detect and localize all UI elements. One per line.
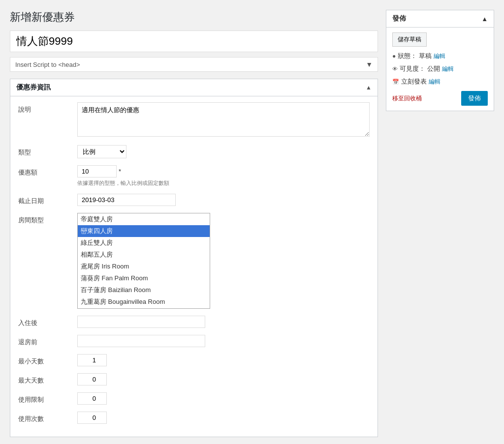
save-draft-button[interactable]: 儲存草稿 xyxy=(392,32,427,47)
amount-input[interactable] xyxy=(77,165,117,178)
schedule-icon: 📅 xyxy=(392,79,399,85)
sidebar-footer: 移至回收桶 發佈 xyxy=(392,91,488,106)
usage-limit-input[interactable] xyxy=(77,392,107,405)
max-days-control xyxy=(77,373,370,385)
description-label: 說明 xyxy=(18,102,77,114)
schedule-edit-link[interactable]: 編輯 xyxy=(429,78,441,86)
publish-box-title: 發佈 xyxy=(392,14,406,23)
room-type-row: 房間類型 帝庭雙人房巒東四人房綠丘雙人房相鄰五人房鳶尾房 Iris Room蒲葵… xyxy=(18,213,370,309)
min-days-control xyxy=(77,354,370,366)
trash-link[interactable]: 移至回收桶 xyxy=(392,94,422,103)
publish-box-body: 儲存草稿 ● 狀態： 草稿 編輯 👁 可見度： 公開 編輯 📅 xyxy=(386,28,494,111)
room-type-item-green-double[interactable]: 綠丘雙人房 xyxy=(78,237,210,249)
room-type-item-bougainvillea[interactable]: 九重葛房 Bougainvillea Room xyxy=(78,296,210,308)
expiry-input[interactable] xyxy=(77,194,176,206)
coupon-info-toggle[interactable]: ▲ xyxy=(366,84,372,91)
publish-box-toggle[interactable]: ▲ xyxy=(481,15,488,23)
script-insert-label: Insert Script to <head> xyxy=(15,61,366,68)
room-type-item-taxodium[interactable]: 落羽松房 Taxodium Room xyxy=(78,308,210,309)
script-insert-arrow[interactable]: ▼ xyxy=(366,60,373,68)
max-days-label: 最大天數 xyxy=(18,373,77,385)
usage-limit-control xyxy=(77,392,370,405)
status-icon: ● xyxy=(392,53,396,59)
visibility-edit-link[interactable]: 編輯 xyxy=(442,65,454,73)
description-control: 適用在情人節的優惠 xyxy=(77,102,370,138)
checkout-control xyxy=(77,335,370,347)
checkin-label: 入住後 xyxy=(18,316,77,327)
room-type-item-baizilian[interactable]: 百子蓮房 Baizilian Room xyxy=(78,284,210,296)
checkout-input[interactable] xyxy=(77,335,205,347)
room-type-listbox[interactable]: 帝庭雙人房巒東四人房綠丘雙人房相鄰五人房鳶尾房 Iris Room蒲葵房 Fan… xyxy=(77,213,210,309)
amount-label: 優惠額 xyxy=(18,165,77,177)
status-label: 狀態： xyxy=(398,52,417,60)
sidebar: 發佈 ▲ 儲存草稿 ● 狀態： 草稿 編輯 👁 可見度： 公開 編輯 xyxy=(386,10,494,444)
coupon-info-body: 說明 適用在情人節的優惠 類型 比例 固定金額 xyxy=(10,96,378,437)
checkin-control xyxy=(77,316,370,328)
status-row: ● 狀態： 草稿 編輯 xyxy=(392,52,488,60)
page-title: 新增新優惠券 xyxy=(10,10,378,25)
usage-limit-label: 使用限制 xyxy=(18,392,77,404)
amount-control: * 依據選擇的型態，輸入比例或固定數額 xyxy=(77,165,370,187)
room-type-item-iris-room[interactable]: 鳶尾房 Iris Room xyxy=(78,261,210,272)
min-days-label: 最小天數 xyxy=(18,354,77,366)
amount-row: 優惠額 * 依據選擇的型態，輸入比例或固定數額 xyxy=(18,165,370,187)
checkin-row: 入住後 xyxy=(18,316,370,328)
room-type-item-standard-double[interactable]: 帝庭雙人房 xyxy=(78,213,210,225)
description-input[interactable]: 適用在情人節的優惠 xyxy=(77,102,370,137)
room-type-control: 帝庭雙人房巒東四人房綠丘雙人房相鄰五人房鳶尾房 Iris Room蒲葵房 Fan… xyxy=(77,213,370,309)
amount-suffix: * xyxy=(119,168,121,175)
discount-hint: 依據選擇的型態，輸入比例或固定數額 xyxy=(77,179,370,187)
max-days-input[interactable] xyxy=(77,373,107,385)
coupon-info-metabox: 優惠券資訊 ▲ 說明 適用在情人節的優惠 類型 比例 xyxy=(10,79,378,437)
schedule-label: 立刻發表 xyxy=(401,77,427,86)
expiry-label: 截止日期 xyxy=(18,194,77,206)
checkin-input[interactable] xyxy=(77,316,205,328)
visibility-value: 公開 xyxy=(427,64,440,73)
usage-count-row: 使用次數 xyxy=(18,412,370,424)
room-type-item-neighbor-triple[interactable]: 相鄰五人房 xyxy=(78,249,210,261)
room-type-item-fan-palm[interactable]: 蒲葵房 Fan Palm Room xyxy=(78,272,210,284)
status-edit-link[interactable]: 編輯 xyxy=(434,52,445,60)
coupon-title-input[interactable] xyxy=(10,30,378,52)
publish-box: 發佈 ▲ 儲存草稿 ● 狀態： 草稿 編輯 👁 可見度： 公開 編輯 xyxy=(386,10,494,111)
type-control: 比例 固定金額 xyxy=(77,145,370,158)
publish-box-header[interactable]: 發佈 ▲ xyxy=(386,10,494,28)
usage-limit-row: 使用限制 xyxy=(18,392,370,405)
expiry-control xyxy=(77,194,370,206)
type-label: 類型 xyxy=(18,145,77,157)
usage-count-input[interactable] xyxy=(77,412,107,424)
usage-count-control xyxy=(77,412,370,424)
schedule-row: 📅 立刻發表 編輯 xyxy=(392,77,488,86)
room-type-label: 房間類型 xyxy=(18,213,77,225)
coupon-info-title: 優惠券資訊 xyxy=(16,83,51,92)
min-days-input[interactable] xyxy=(77,354,107,366)
visibility-icon: 👁 xyxy=(392,66,398,72)
expiry-row: 截止日期 xyxy=(18,194,370,206)
type-row: 類型 比例 固定金額 xyxy=(18,145,370,158)
script-insert-row[interactable]: Insert Script to <head> ▼ xyxy=(10,57,378,72)
coupon-info-header[interactable]: 優惠券資訊 ▲ xyxy=(10,79,378,96)
checkout-label: 退房前 xyxy=(18,335,77,347)
description-row: 說明 適用在情人節的優惠 xyxy=(18,102,370,138)
publish-button[interactable]: 發佈 xyxy=(461,91,488,106)
status-value: 草稿 xyxy=(419,52,432,60)
min-days-row: 最小天數 xyxy=(18,354,370,366)
type-select[interactable]: 比例 固定金額 xyxy=(77,145,126,158)
max-days-row: 最大天數 xyxy=(18,373,370,385)
usage-count-label: 使用次數 xyxy=(18,412,77,423)
visibility-label: 可見度： xyxy=(400,64,425,73)
visibility-row: 👁 可見度： 公開 編輯 xyxy=(392,64,488,73)
room-type-item-luan-quad[interactable]: 巒東四人房 xyxy=(78,225,210,237)
checkout-row: 退房前 xyxy=(18,335,370,347)
